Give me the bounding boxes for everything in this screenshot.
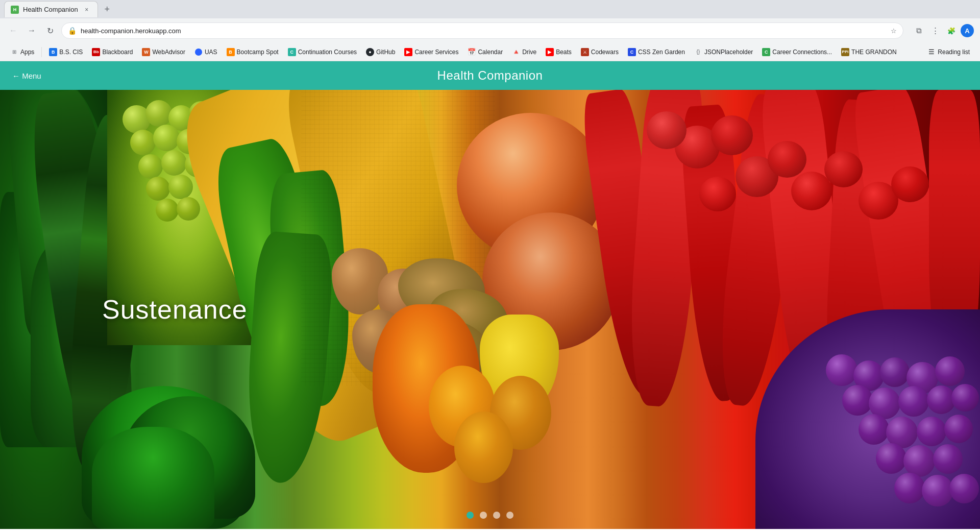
bookmark-blackboard[interactable]: Bb Blackboard [88,46,137,58]
github-icon: ● [366,48,374,56]
grape10 [161,150,187,176]
bookmarks-bar: ⊞ Apps B B.S. CIS Bb Blackboard W WebAdv… [0,43,980,61]
browser-chrome: H Health Companion × + ← → ↻ 🔒 health-co… [0,0,980,61]
apps-grid-icon: ⊞ [10,48,18,56]
bookmark-json-label: JSONPlaceholder [704,49,753,56]
forward-button[interactable]: → [24,23,39,38]
new-tab-button[interactable]: + [100,2,114,16]
carousel-dot-4[interactable] [506,512,513,519]
bookmark-bs-cis[interactable]: B B.S. CIS [45,46,87,58]
bookmark-reading-list[interactable]: ☰ Reading list [923,46,974,58]
hero-title: Sustenance [102,294,248,325]
bookmark-grandon-label: THE GRANDON [851,49,897,56]
career-conn-icon: C [762,48,770,56]
bookmark-continuation-label: Continuation Courses [298,49,357,56]
grape6 [153,125,180,151]
carousel-dot-2[interactable] [480,512,487,519]
back-button[interactable]: ← [6,23,20,38]
lock-icon: 🔒 [68,27,77,35]
bookmark-webadvisor-label: WebAdvisor [152,49,185,56]
bookmark-beats-label: Beats [556,49,572,56]
grandon-icon: PPl [841,48,849,56]
bookmark-codewars[interactable]: ⚔ Codewars [577,46,623,58]
drive-icon: 🔺 [512,48,520,56]
bookmark-star-icon[interactable]: ☆ [891,27,897,35]
bookmark-github[interactable]: ● GitHub [362,46,399,58]
bs-cis-icon: B [49,48,57,56]
beats-icon: ▶ [546,48,554,56]
menu-button-label: ← Menu [12,71,41,80]
separator [41,47,42,57]
hero-text: Sustenance [102,294,248,325]
bookmark-grandon[interactable]: PPl THE GRANDON [837,46,901,58]
pg14 [944,415,973,443]
pg10 [951,384,979,412]
app-title: Health Companion [437,68,543,83]
pg19 [922,475,953,506]
bookmark-blackboard-label: Blackboard [102,49,133,56]
reload-button[interactable]: ↻ [43,23,57,38]
grape14 [156,199,179,222]
pg1 [826,354,857,386]
carousel-dots [467,512,513,519]
app-header: ← Menu Health Companion [0,61,980,90]
tab-favicon: H [11,6,19,14]
bookmark-uas-label: UAS [205,49,217,56]
active-tab[interactable]: H Health Companion × [4,1,98,17]
bookmark-bootcamp-label: Bootcamp Spot [237,49,279,56]
bookmark-uas[interactable]: UAS [190,46,222,58]
tomato10 [891,166,929,202]
pg17 [933,444,963,474]
bookmark-apps[interactable]: ⊞ Apps [6,46,38,58]
bookmark-career-conn[interactable]: C Career Connections... [758,46,836,58]
bookmark-drive[interactable]: 🔺 Drive [508,46,541,58]
tomato8 [824,151,863,187]
carousel-dot-3[interactable] [493,512,500,519]
extensions-button[interactable]: ⧉ [912,23,926,38]
bookmark-continuation[interactable]: C Continuation Courses [284,46,361,58]
tomato6 [768,141,806,178]
address-bar[interactable]: 🔒 health-companion.herokuapp.com ☆ [61,22,903,39]
bookmark-bs-cis-label: B.S. CIS [59,49,83,56]
address-text: health-companion.herokuapp.com [81,27,887,35]
grape15 [177,197,200,221]
pg3 [880,357,910,387]
tomato2 [711,115,753,155]
bookmark-career-label: Career Services [414,49,458,56]
bookmark-career[interactable]: ▶ Career Services [400,46,462,58]
tomato5 [699,177,736,211]
carousel-dot-1[interactable] [467,512,474,519]
bookmark-reading-list-label: Reading list [938,49,970,56]
bookmark-apps-label: Apps [20,49,34,56]
codewars-icon: ⚔ [581,48,589,56]
bookmark-css-zen-label: CSS Zen Garden [638,49,685,56]
chrome-menu-button[interactable]: ⋮ [928,23,942,38]
calendar-icon: 📅 [468,48,476,56]
bookmark-webadvisor[interactable]: W WebAdvisor [138,46,189,58]
extensions-puzzle-button[interactable]: 🧩 [944,23,959,38]
bookmark-github-label: GitHub [376,49,395,56]
grape2 [145,100,172,127]
pg6 [842,385,873,416]
pg11 [859,414,889,445]
bookmark-beats[interactable]: ▶ Beats [542,46,576,58]
continuation-icon: C [288,48,296,56]
pg18 [894,473,925,503]
grape12 [146,177,170,201]
tomato3 [647,111,687,149]
pg20 [949,474,979,503]
tab-title: Health Companion [23,6,78,13]
bookmark-json[interactable]: {} JSONPlaceholder [690,46,757,58]
bookmark-bootcamp[interactable]: B Bootcamp Spot [223,46,283,58]
bookmark-css-zen[interactable]: C CSS Zen Garden [624,46,689,58]
bookmark-calendar-label: Calendar [478,49,503,56]
tab-bar: H Health Companion × + [0,0,980,18]
grape9 [138,154,163,179]
webadvisor-icon: W [142,48,150,56]
tab-close-button[interactable]: × [82,5,91,14]
bookmark-calendar[interactable]: 📅 Calendar [463,46,507,58]
menu-button[interactable]: ← Menu [12,71,41,80]
css-zen-icon: C [628,48,636,56]
bookmark-career-conn-label: Career Connections... [772,49,832,56]
profile-button[interactable]: A [961,24,974,37]
